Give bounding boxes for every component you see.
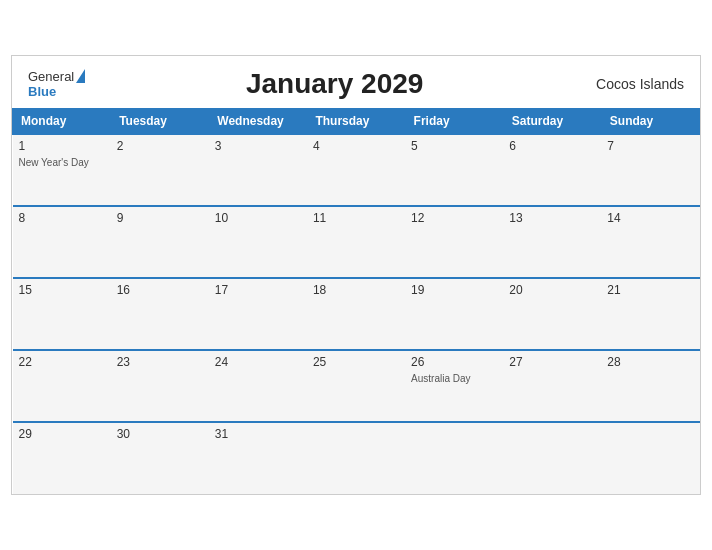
- logo-general-text: General: [28, 69, 74, 84]
- day-number: 17: [215, 283, 301, 297]
- week-row-2: 891011121314: [13, 206, 700, 278]
- day-cell: 25: [307, 350, 405, 422]
- day-cell: 12: [405, 206, 503, 278]
- day-cell: 1New Year's Day: [13, 134, 111, 206]
- day-cell: 13: [503, 206, 601, 278]
- week-row-4: 2223242526Australia Day2728: [13, 350, 700, 422]
- header-thursday: Thursday: [307, 109, 405, 135]
- day-number: 14: [607, 211, 693, 225]
- day-cell: 18: [307, 278, 405, 350]
- day-number: 5: [411, 139, 497, 153]
- day-cell: 31: [209, 422, 307, 494]
- day-cell: 14: [601, 206, 699, 278]
- day-number: 27: [509, 355, 595, 369]
- calendar-header: General Blue January 2029 Cocos Islands: [12, 56, 700, 108]
- day-cell: 10: [209, 206, 307, 278]
- day-cell: 15: [13, 278, 111, 350]
- day-cell: 16: [111, 278, 209, 350]
- calendar-table: Monday Tuesday Wednesday Thursday Friday…: [12, 108, 700, 494]
- week-row-5: 293031: [13, 422, 700, 494]
- week-row-1: 1New Year's Day234567: [13, 134, 700, 206]
- day-number: 15: [19, 283, 105, 297]
- day-cell: 28: [601, 350, 699, 422]
- header-saturday: Saturday: [503, 109, 601, 135]
- day-cell: 9: [111, 206, 209, 278]
- header-friday: Friday: [405, 109, 503, 135]
- day-number: 16: [117, 283, 203, 297]
- logo-blue-text: Blue: [28, 84, 56, 99]
- day-cell: 4: [307, 134, 405, 206]
- day-cell: 17: [209, 278, 307, 350]
- day-cell: 7: [601, 134, 699, 206]
- day-number: 6: [509, 139, 595, 153]
- day-number: 25: [313, 355, 399, 369]
- day-number: 19: [411, 283, 497, 297]
- holiday-label: New Year's Day: [19, 157, 89, 168]
- day-number: 18: [313, 283, 399, 297]
- logo: General Blue: [28, 69, 85, 99]
- day-number: 11: [313, 211, 399, 225]
- calendar-title: January 2029: [85, 68, 584, 100]
- day-cell: [405, 422, 503, 494]
- day-number: 30: [117, 427, 203, 441]
- day-number: 28: [607, 355, 693, 369]
- day-number: 24: [215, 355, 301, 369]
- day-number: 23: [117, 355, 203, 369]
- header-sunday: Sunday: [601, 109, 699, 135]
- day-cell: 22: [13, 350, 111, 422]
- header-tuesday: Tuesday: [111, 109, 209, 135]
- day-cell: 29: [13, 422, 111, 494]
- day-cell: 11: [307, 206, 405, 278]
- day-number: 2: [117, 139, 203, 153]
- day-number: 9: [117, 211, 203, 225]
- calendar-container: General Blue January 2029 Cocos Islands …: [11, 55, 701, 495]
- day-number: 8: [19, 211, 105, 225]
- day-number: 1: [19, 139, 105, 153]
- day-cell: [503, 422, 601, 494]
- day-number: 21: [607, 283, 693, 297]
- day-number: 13: [509, 211, 595, 225]
- day-cell: 27: [503, 350, 601, 422]
- header-wednesday: Wednesday: [209, 109, 307, 135]
- region-label: Cocos Islands: [584, 76, 684, 92]
- day-number: 31: [215, 427, 301, 441]
- day-cell: 19: [405, 278, 503, 350]
- day-cell: 2: [111, 134, 209, 206]
- day-number: 20: [509, 283, 595, 297]
- day-number: 12: [411, 211, 497, 225]
- day-number: 3: [215, 139, 301, 153]
- day-number: 29: [19, 427, 105, 441]
- day-number: 7: [607, 139, 693, 153]
- day-cell: 24: [209, 350, 307, 422]
- day-cell: 6: [503, 134, 601, 206]
- week-row-3: 15161718192021: [13, 278, 700, 350]
- header-monday: Monday: [13, 109, 111, 135]
- day-number: 26: [411, 355, 497, 369]
- day-cell: 23: [111, 350, 209, 422]
- day-cell: 21: [601, 278, 699, 350]
- day-cell: 5: [405, 134, 503, 206]
- day-cell: 20: [503, 278, 601, 350]
- day-cell: 26Australia Day: [405, 350, 503, 422]
- holiday-label: Australia Day: [411, 373, 470, 384]
- day-cell: 8: [13, 206, 111, 278]
- day-cell: 30: [111, 422, 209, 494]
- day-number: 22: [19, 355, 105, 369]
- day-cell: [307, 422, 405, 494]
- day-cell: [601, 422, 699, 494]
- logo-triangle-icon: [76, 69, 85, 83]
- weekday-header-row: Monday Tuesday Wednesday Thursday Friday…: [13, 109, 700, 135]
- day-number: 4: [313, 139, 399, 153]
- day-number: 10: [215, 211, 301, 225]
- day-cell: 3: [209, 134, 307, 206]
